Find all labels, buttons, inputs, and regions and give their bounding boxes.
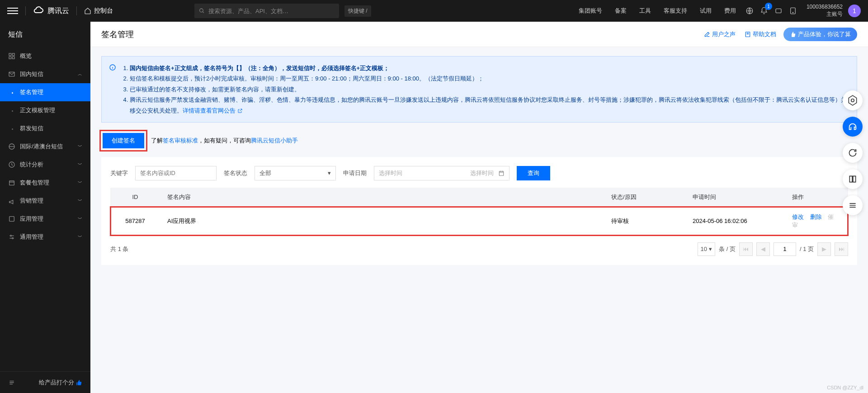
account-id: 100036836652 — [807, 4, 843, 11]
nav-support[interactable]: 客服支持 — [657, 7, 693, 15]
th-content: 签名内容 — [160, 188, 604, 207]
calendar-icon — [498, 170, 505, 176]
console-link[interactable]: 控制台 — [84, 7, 113, 15]
globe-icon[interactable] — [742, 4, 757, 18]
sidebar-item-intl[interactable]: 国际/港澳台短信 ﹀ — [0, 137, 90, 156]
sidebar-item-signatures[interactable]: 签名管理 — [0, 83, 90, 101]
svg-rect-13 — [9, 217, 14, 222]
help-docs-link[interactable]: 帮助文档 — [745, 30, 776, 38]
page-input[interactable] — [774, 242, 796, 256]
globe-icon — [8, 143, 15, 150]
sidebar-item-overview[interactable]: 概览 — [0, 47, 90, 65]
total-pages: / 1 页 — [800, 245, 814, 253]
keyword-input[interactable] — [135, 166, 217, 180]
nav-tools[interactable]: 工具 — [633, 7, 657, 15]
nav-trial[interactable]: 试用 — [693, 7, 718, 15]
brand-name: 腾讯云 — [47, 6, 69, 16]
th-time: 申请时间 — [685, 188, 785, 207]
sidebar-item-app[interactable]: 应用管理 ﹀ — [0, 210, 90, 228]
grid-icon — [8, 52, 15, 60]
status-select[interactable]: 全部 ▾ — [255, 166, 336, 180]
global-search[interactable] — [194, 4, 339, 18]
notification-icon[interactable]: 1 — [757, 4, 771, 18]
notice-item: 国内短信由签名+正文组成，签名符号为【】（注：全角），发送短信时，必须选择签名+… — [130, 63, 849, 73]
notice-link[interactable]: 详情请查看官网公告 — [183, 107, 243, 114]
sidebar-item-domestic[interactable]: 国内短信 ︿ — [0, 65, 90, 83]
brand-logo[interactable]: 腾讯云 — [33, 5, 69, 16]
edit-icon — [704, 31, 710, 38]
external-link-icon — [237, 108, 243, 114]
create-signature-button[interactable]: 创建签名 — [103, 133, 144, 148]
svg-rect-8 — [12, 57, 14, 59]
svg-point-0 — [200, 9, 203, 12]
svg-rect-18 — [499, 171, 503, 175]
notice-item: 短信签名和模板提交后，预计2小时完成审核。审核时间：周一至周五：9:00 - 2… — [130, 73, 849, 84]
sidebar-item-stats[interactable]: 统计分析 ﹀ — [0, 156, 90, 174]
chevron-down-icon: ﹀ — [78, 143, 82, 150]
per-page-label: 条 / 页 — [719, 245, 736, 253]
rate-product-link[interactable]: 给产品打个分 — [39, 379, 82, 387]
cloud-icon — [33, 5, 44, 16]
experience-button[interactable]: 产品体验，你说了算 — [783, 28, 857, 41]
sidebar-item-package[interactable]: 套餐包管理 ﹀ — [0, 174, 90, 192]
info-icon — [109, 64, 116, 71]
cell-content: AI应用视界 — [160, 207, 604, 236]
chevron-down-icon: ﹀ — [78, 216, 82, 222]
svg-point-4 — [793, 12, 793, 13]
date-label: 申请日期 — [343, 169, 367, 177]
svg-point-14 — [10, 235, 12, 237]
nav-beian[interactable]: 备案 — [609, 7, 633, 15]
date-range-picker[interactable]: 选择时间 选择时间 — [374, 166, 509, 180]
shortcut-hint: 快捷键 / — [344, 5, 371, 17]
sidebar-item-marketing[interactable]: 营销管理 ﹀ — [0, 192, 90, 210]
status-label: 签名状态 — [224, 169, 247, 177]
float-feedback-icon[interactable] — [843, 143, 863, 163]
float-headset-icon[interactable] — [843, 117, 863, 137]
thumbs-up-icon — [790, 31, 796, 38]
svg-point-19 — [851, 99, 854, 102]
cell-status: 待审核 — [604, 207, 685, 236]
notice-item: 腾讯云短信服务严禁发送金融营销、赌博、诈骗、淫秽、色情、暴力等违规信息，如您的腾… — [130, 95, 849, 116]
chevron-down-icon: ﹀ — [78, 198, 82, 204]
svg-rect-12 — [9, 181, 14, 185]
chevron-down-icon: ﹀ — [78, 180, 82, 186]
settings-icon — [8, 233, 15, 241]
audit-standard-link[interactable]: 签名审核标准 — [163, 137, 198, 144]
float-hex-icon[interactable] — [843, 90, 863, 110]
last-page-button: ⏭ — [835, 242, 848, 256]
sidebar-item-bulk[interactable]: 群发短信 — [0, 119, 90, 137]
account-info[interactable]: 100036836652 主账号 — [807, 4, 843, 18]
cell-time: 2024-05-06 16:02:06 — [685, 207, 785, 236]
avatar[interactable]: 1 — [848, 5, 861, 17]
page-size-select[interactable]: 10 ▾ — [698, 242, 715, 256]
th-status: 状态/原因 — [604, 188, 685, 207]
svg-rect-7 — [9, 57, 11, 59]
sidebar-item-templates[interactable]: 正文模板管理 — [0, 101, 90, 119]
first-page-button: ⏮ — [739, 242, 753, 256]
delete-link[interactable]: 删除 — [810, 213, 822, 220]
edit-link[interactable]: 修改 — [792, 213, 804, 220]
caret-down-icon: ▾ — [328, 170, 331, 176]
float-docs-icon[interactable] — [843, 169, 863, 189]
prev-page-button: ◀ — [756, 242, 770, 256]
nav-group-account[interactable]: 集团账号 — [572, 7, 609, 15]
svg-rect-2 — [776, 9, 781, 13]
megaphone-icon — [8, 197, 15, 204]
search-input[interactable] — [208, 8, 335, 14]
nav-billing[interactable]: 费用 — [718, 7, 742, 15]
assistant-icon[interactable] — [771, 4, 786, 18]
sms-assistant-link[interactable]: 腾讯云短信小助手 — [251, 137, 298, 144]
sidebar-item-general[interactable]: 通用管理 ﹀ — [0, 228, 90, 246]
collapse-icon[interactable] — [8, 379, 15, 386]
svg-point-15 — [12, 237, 14, 239]
hamburger-icon[interactable] — [7, 5, 18, 16]
chevron-down-icon: ﹀ — [78, 161, 82, 168]
mini-program-icon[interactable] — [786, 4, 800, 18]
query-button[interactable]: 查询 — [517, 166, 550, 180]
keyword-label: 关键字 — [110, 169, 128, 177]
svg-rect-6 — [12, 53, 14, 56]
cell-actions: 修改 删除 催审 — [785, 207, 848, 236]
float-menu-icon[interactable] — [843, 195, 863, 215]
user-voice-link[interactable]: 用户之声 — [704, 30, 736, 38]
home-icon — [84, 7, 91, 14]
